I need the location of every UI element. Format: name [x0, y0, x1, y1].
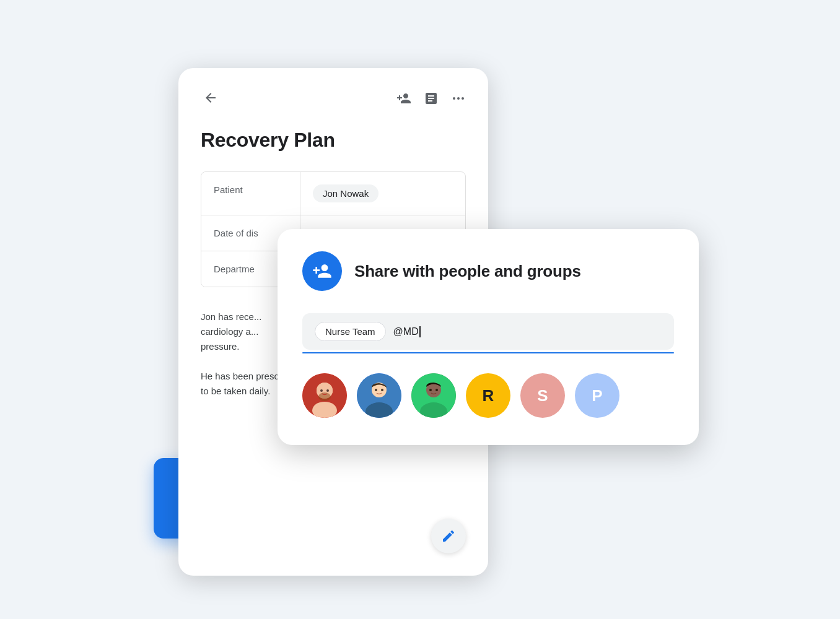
text-cursor: [419, 326, 421, 337]
svg-point-2: [453, 97, 455, 100]
add-person-share-icon: [312, 261, 332, 281]
card-header: [201, 88, 466, 111]
avatar-person-3[interactable]: [411, 373, 456, 418]
patient-value: Jon Nowak: [300, 172, 465, 215]
avatar-person-2[interactable]: [357, 373, 401, 418]
search-input-text: @MD: [393, 326, 421, 337]
share-title: Share with people and groups: [354, 262, 581, 281]
patient-label: Patient: [201, 172, 300, 215]
avatar-p-label: P: [592, 386, 602, 405]
svg-point-3: [457, 97, 460, 100]
share-header: Share with people and groups: [302, 251, 674, 291]
avatar-r[interactable]: R: [466, 373, 510, 418]
header-actions: [396, 91, 466, 109]
more-icon[interactable]: [451, 91, 466, 109]
svg-point-11: [326, 389, 329, 392]
page-title: Recovery Plan: [201, 129, 466, 152]
search-underline: [302, 352, 674, 353]
share-search-box[interactable]: Nurse Team @MD: [302, 313, 674, 350]
svg-point-16: [381, 389, 383, 391]
patient-chip[interactable]: Jon Nowak: [313, 184, 378, 202]
avatar-s[interactable]: S: [520, 373, 565, 418]
svg-point-4: [462, 97, 464, 100]
avatar-row: R S P: [302, 373, 674, 418]
nurse-team-chip[interactable]: Nurse Team: [315, 322, 386, 341]
avatar-face-1: [302, 373, 347, 418]
avatar-person-1[interactable]: [302, 373, 347, 418]
share-icon-circle: [302, 251, 342, 291]
svg-point-20: [429, 389, 432, 391]
avatar-face-3: [411, 373, 456, 418]
document-icon[interactable]: [424, 91, 439, 109]
scene: Recovery Plan Patient Jon Nowak Date of …: [141, 43, 699, 576]
table-row-patient: Patient Jon Nowak: [201, 172, 465, 215]
edit-fab[interactable]: [431, 519, 466, 553]
avatar-p[interactable]: P: [575, 373, 619, 418]
search-at-text: @MD: [393, 326, 419, 337]
svg-point-9: [318, 392, 331, 401]
back-button[interactable]: [201, 88, 221, 111]
add-person-icon[interactable]: [396, 91, 411, 109]
share-dialog: Share with people and groups Nurse Team …: [278, 229, 699, 445]
svg-point-10: [320, 389, 323, 392]
svg-point-21: [435, 389, 438, 391]
avatar-r-label: R: [483, 386, 494, 405]
avatar-s-label: S: [537, 386, 548, 405]
avatar-face-2: [357, 373, 401, 418]
svg-point-15: [375, 389, 377, 391]
